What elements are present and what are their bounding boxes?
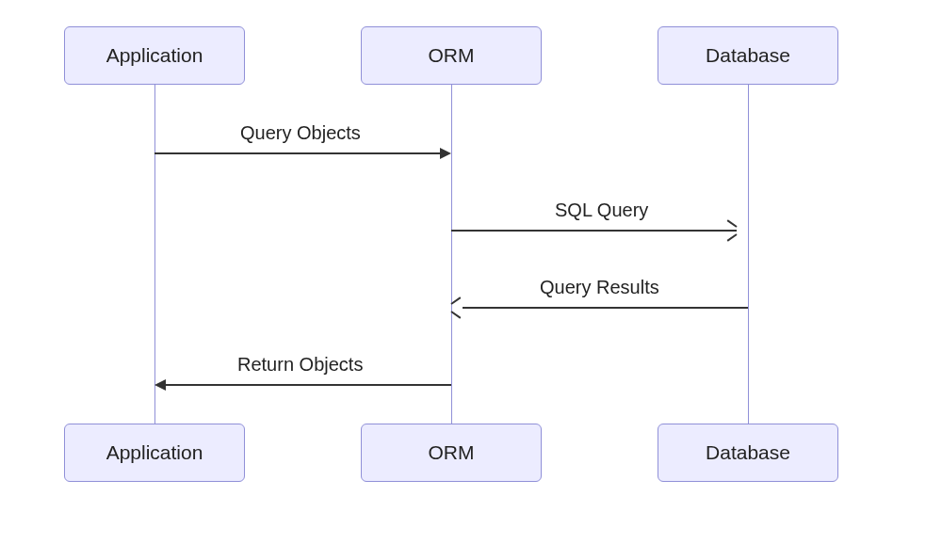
participant-box-orm-top: ORM — [361, 26, 542, 85]
lifeline-database — [748, 85, 749, 424]
lifeline-orm — [451, 85, 452, 424]
participant-label: Database — [706, 441, 790, 464]
participant-box-application-bottom: Application — [64, 424, 245, 482]
message-label-sql-query: SQL Query — [555, 200, 648, 221]
message-label-query-results: Query Results — [540, 277, 659, 298]
participant-box-orm-bottom: ORM — [361, 424, 542, 482]
participant-label: ORM — [429, 441, 475, 464]
message-label-query-objects: Query Objects — [240, 122, 361, 144]
participant-box-database-bottom: Database — [658, 424, 838, 482]
message-arrow-query-results — [463, 307, 748, 309]
lifeline-application — [154, 85, 155, 424]
participant-box-database-top: Database — [658, 26, 838, 85]
arrow-head-icon — [440, 148, 451, 159]
participant-label: Database — [706, 44, 790, 67]
message-arrow-query-objects — [154, 152, 440, 154]
participant-label: Application — [106, 44, 203, 67]
participant-box-application-top: Application — [64, 26, 245, 85]
participant-label: Application — [106, 441, 203, 464]
message-arrow-sql-query — [451, 230, 737, 232]
sequence-diagram: Application ORM Database Query Objects S… — [0, 0, 942, 560]
message-arrow-return-objects — [166, 384, 451, 386]
arrow-head-icon — [154, 379, 166, 391]
participant-label: ORM — [429, 44, 475, 67]
message-label-return-objects: Return Objects — [237, 354, 363, 376]
